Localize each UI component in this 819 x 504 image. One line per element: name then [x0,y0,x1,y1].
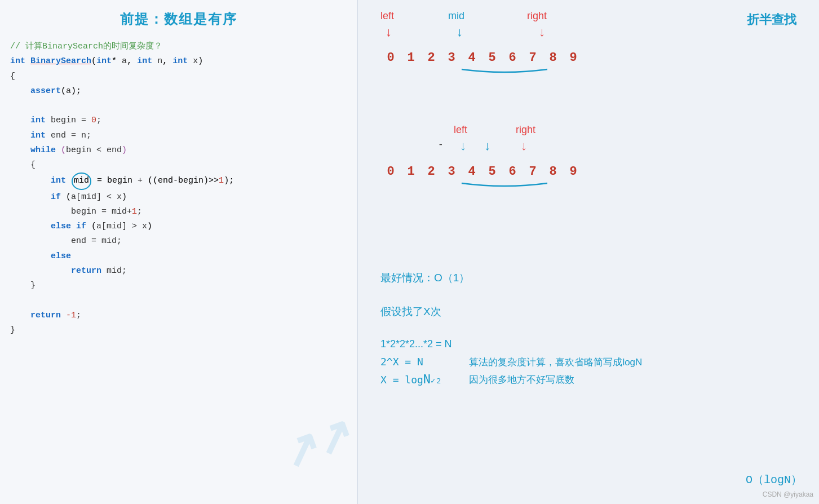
d2-dash: - [438,140,444,150]
right-panel: 折半查找 left mid right ↓ ↓ ↓ 0 1 2 3 4 5 6 [358,0,819,504]
d1-numbers: 0 1 2 3 4 5 6 7 8 9 [380,51,595,65]
d2-num-7: 7 [523,165,543,179]
d1-num-7: 7 [523,51,543,65]
d1-right-arrow: ↓ [538,26,546,40]
page-title: 前提：数组是有序 [0,6,357,35]
d1-right-label: right [527,10,547,22]
assume-line: 假设找了X次 [380,304,441,319]
math-section: 1*2*2*2...*2 = N 2^X = N X = logN✓2 算法的复… [380,338,642,386]
d2-num-5: 5 [482,165,502,179]
d1-num-5: 5 [482,51,502,65]
d1-num-8: 8 [543,51,563,65]
result-logn: O（logN） [746,472,802,487]
d2-num-2: 2 [421,165,441,179]
d1-mid-label: mid [448,10,464,22]
diagram1: left mid right ↓ ↓ ↓ 0 1 2 3 4 5 6 7 8 9 [380,10,595,79]
left-panel: 前提：数组是有序 // 计算BinarySearch的时间复杂度？ int Bi… [0,0,358,504]
d2-num-1: 1 [401,165,421,179]
d2-num-3: 3 [441,165,462,179]
assume-section: 假设找了X次 [380,304,441,324]
math-checkmark: N✓ [423,372,436,386]
d1-num-1: 1 [401,51,421,65]
watermark: ↗↗ [275,408,358,481]
code-keyword-int: int [10,56,25,66]
func-name: BinarySearch [30,56,91,66]
x-equals: X = log [380,374,423,386]
math-line2a: 2^X = N [380,356,441,368]
best-case-label: 最好情况：O（1） [380,271,470,285]
d2-numbers: 0 1 2 3 4 5 6 7 8 9 [380,165,595,179]
d1-underline-svg [380,65,595,76]
d1-left-arrow: ↓ [385,26,392,40]
d1-num-0: 0 [380,51,401,65]
d1-num-4: 4 [462,51,482,65]
d2-num-4: 4 [462,165,482,179]
csdn-tag: CSDN @yiyakaa [763,490,813,498]
d1-num-3: 3 [441,51,462,65]
d1-num-6: 6 [502,51,523,65]
math-line2b: X = logN✓2 [380,372,441,386]
d1-num-2: 2 [421,51,441,65]
d1-num-9: 9 [563,51,583,65]
math-line1: 1*2*2*2...*2 = N [380,338,642,350]
code-block: // 计算BinarySearch的时间复杂度？ int BinarySearc… [10,39,347,338]
d2-left-arrow: ↓ [459,140,467,154]
d2-right-label: right [516,124,535,136]
note2: 因为很多地方不好写底数 [469,373,642,386]
d2-underline-svg [380,179,595,190]
code-area: // 计算BinarySearch的时间复杂度？ int BinarySearc… [0,35,357,342]
code-comment: // 计算BinarySearch的时间复杂度？ [10,42,162,51]
d1-left-label: left [380,10,394,22]
d1-mid-arrow: ↓ [456,26,463,40]
d2-num-6: 6 [502,165,523,179]
d2-num-8: 8 [543,165,563,179]
d2-right-arrow: ↓ [520,140,528,154]
section-title: 折半查找 [747,11,796,28]
d2-num-9: 9 [563,165,583,179]
d2-left-label: left [454,124,467,136]
math-sub: 2 [437,377,441,385]
note1: 算法的复杂度计算，喜欢省略简写成logN [469,356,642,369]
diagram2: left right - ↓ ↓ ↓ 0 1 2 3 4 5 6 7 8 9 [380,124,595,193]
best-case-section: 最好情况：O（1） [380,271,470,290]
d2-mid-arrow: ↓ [484,140,491,154]
d2-num-0: 0 [380,165,401,179]
